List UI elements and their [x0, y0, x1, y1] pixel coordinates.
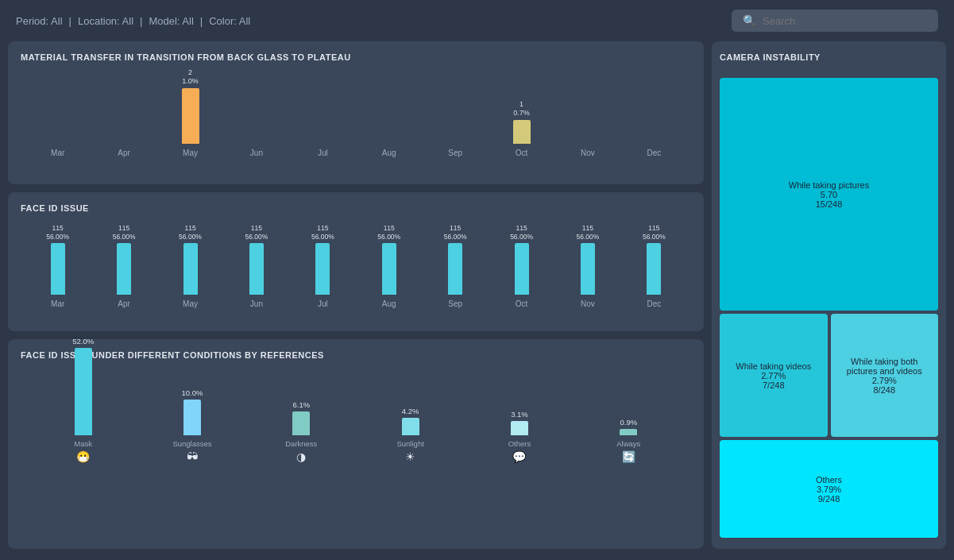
faceid-bar[interactable]	[581, 243, 595, 295]
faceid-card: FACE ID ISSUE 11556.00%Mar11556.00%Apr11…	[8, 192, 704, 331]
faceid-month-label: Jul	[318, 299, 328, 308]
condition-icon: 😷	[76, 450, 90, 463]
condition-bar[interactable]	[75, 348, 92, 435]
bar-top-label: 10.7%	[513, 99, 530, 118]
condition-bar[interactable]	[620, 429, 637, 435]
condition-pct-label: 10.0%	[182, 388, 203, 397]
faceid-bar[interactable]	[647, 243, 661, 295]
faceid-bar-top-label: 11556.00%	[577, 219, 600, 241]
treemap-videos: While taking videos 2.77% 7/248	[720, 314, 828, 437]
period-filter[interactable]: Period: All	[16, 15, 63, 27]
condition-name-label: Always	[616, 439, 640, 448]
condition-name-label: Sunglasses	[172, 439, 211, 448]
treemap-pictures: While taking pictures 5.70 15/248	[720, 78, 938, 311]
bar-month-label: Aug	[382, 149, 396, 157]
bar-month-label: Apr	[118, 149, 130, 157]
treemap-videos-fraction: 7/248	[763, 380, 785, 390]
color-filter[interactable]: Color: All	[209, 15, 250, 27]
material-bar-group: Apr	[91, 123, 156, 157]
condition-icon: 💬	[512, 450, 526, 463]
faceid-month-label: May	[183, 299, 198, 308]
material-bar-group: Sep	[422, 123, 488, 157]
location-filter[interactable]: Location: All	[78, 15, 133, 27]
faceid-bar-top-label: 11556.00%	[377, 219, 400, 241]
faceid-bar-top-label: 11556.00%	[245, 219, 268, 241]
bar-month-label: May	[183, 149, 198, 157]
material-bar-group: Jun	[223, 123, 289, 157]
faceid-bar-group: 11556.00%Dec	[621, 219, 687, 308]
faceid-bar[interactable]	[51, 243, 65, 295]
bar-top-label: 21.0%	[182, 68, 199, 87]
faceid-month-label: Dec	[647, 299, 661, 308]
material-bar-group: 10.7%Oct	[489, 99, 554, 157]
material-bar-group: 21.0%May	[157, 68, 223, 157]
condition-bar[interactable]	[183, 400, 201, 435]
model-filter[interactable]: Model: All	[149, 15, 193, 27]
material-bar-group: Jul	[290, 123, 356, 157]
faceid-bar-top-label: 11556.00%	[179, 219, 202, 241]
treemap-others-value: 3.79%	[817, 485, 841, 494]
faceid-bar[interactable]	[382, 243, 396, 295]
faceid-bar-group: 11556.00%Mar	[25, 219, 91, 308]
material-bar-group: Aug	[356, 123, 422, 157]
conditions-chart: 52.0%Mask😷10.0%Sunglasses🕶6.1%Darkness◑4…	[21, 368, 691, 463]
bar-month-label: Oct	[516, 149, 528, 157]
material-bar-group: Mar	[25, 123, 91, 157]
camera-instability-title: CAMERA INSTABILITY	[720, 52, 938, 62]
faceid-bar[interactable]	[249, 243, 264, 295]
bar-month-label: Mar	[51, 149, 64, 157]
faceid-bar-top-label: 11556.00%	[46, 219, 69, 241]
material-bar-group: Dec	[621, 123, 687, 157]
faceid-bar-group: 11556.00%Jul	[290, 219, 356, 308]
treemap-both: While taking both pictures and videos 2.…	[831, 314, 939, 437]
condition-name-label: Others	[508, 439, 531, 448]
bar-month-label: Sep	[448, 149, 462, 157]
faceid-bar-group: 11556.00%Sep	[422, 219, 488, 308]
condition-bar-group: 0.9%Always🔄	[574, 418, 683, 463]
condition-icon: ☀	[405, 450, 415, 463]
condition-bar[interactable]	[402, 418, 419, 435]
treemap-others-fraction: 9/248	[818, 494, 840, 504]
bar[interactable]	[182, 88, 199, 144]
treemap-videos-label: While taking videos	[736, 361, 811, 371]
faceid-month-label: Sep	[448, 299, 462, 308]
faceid-bar[interactable]	[117, 243, 131, 295]
faceid-bar[interactable]	[448, 243, 462, 295]
faceid-bar-top-label: 11556.00%	[510, 219, 533, 241]
bar-month-label: Dec	[647, 149, 661, 157]
material-transfer-chart: MarApr21.0%MayJunJulAugSep10.7%OctNovDec	[21, 70, 691, 157]
condition-bar[interactable]	[511, 421, 528, 435]
condition-bar-group: 4.2%Sunlight☀	[356, 407, 465, 463]
faceid-bar-top-label: 11556.00%	[643, 219, 666, 241]
bar-month-label: Nov	[581, 149, 595, 157]
faceid-bar-group: 11556.00%Jun	[223, 219, 289, 308]
faceid-month-label: Aug	[382, 299, 396, 308]
faceid-bar-top-label: 11556.00%	[444, 219, 467, 241]
condition-pct-label: 6.1%	[292, 400, 310, 409]
condition-icon: 🕶	[187, 450, 198, 463]
condition-bar-group: 6.1%Darkness◑	[247, 400, 356, 463]
sep2: |	[140, 15, 142, 27]
faceid-bar-top-label: 11556.00%	[311, 219, 334, 241]
bar[interactable]	[513, 120, 531, 144]
search-box[interactable]: 🔍	[732, 10, 938, 32]
left-panel: MATERIAL TRANSFER IN TRANSITION FROM BAC…	[8, 41, 704, 549]
faceid-title: FACE ID ISSUE	[21, 203, 691, 213]
faceid-bar[interactable]	[315, 243, 330, 295]
condition-pct-label: 4.2%	[402, 407, 419, 415]
condition-bar-group: 10.0%Sunglasses🕶	[137, 388, 246, 463]
condition-pct-label: 0.9%	[620, 418, 637, 427]
search-input[interactable]	[763, 15, 927, 27]
condition-icon: ◑	[296, 450, 306, 463]
faceid-bar[interactable]	[183, 243, 198, 295]
faceid-bar[interactable]	[515, 243, 529, 295]
condition-bar-group: 52.0%Mask😷	[29, 337, 137, 463]
treemap-both-fraction: 8/248	[873, 385, 895, 395]
treemap-others: Others 3.79% 9/248	[720, 440, 938, 538]
faceid-bar-group: 11556.00%Aug	[356, 219, 422, 308]
condition-bar[interactable]	[292, 411, 310, 435]
treemap-others-label: Others	[816, 475, 842, 485]
faceid-bar-group: 11556.00%Oct	[489, 219, 554, 308]
treemap-pictures-fraction: 15/248	[816, 199, 843, 209]
sep1: |	[69, 15, 71, 27]
